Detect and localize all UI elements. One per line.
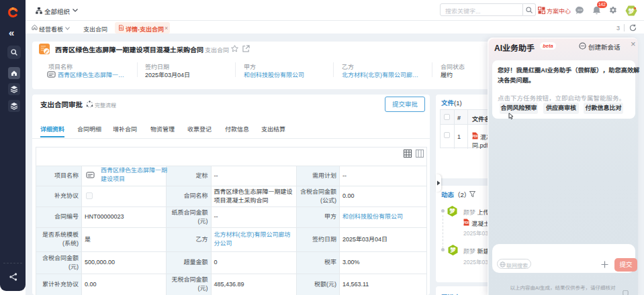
svg-text:梦: 梦 [627, 8, 635, 15]
svg-text:梦: 梦 [449, 247, 456, 253]
svg-text:PDF: PDF [472, 135, 478, 138]
svg-text:梦: 梦 [449, 208, 455, 215]
svg-text:PDF: PDF [463, 221, 469, 225]
